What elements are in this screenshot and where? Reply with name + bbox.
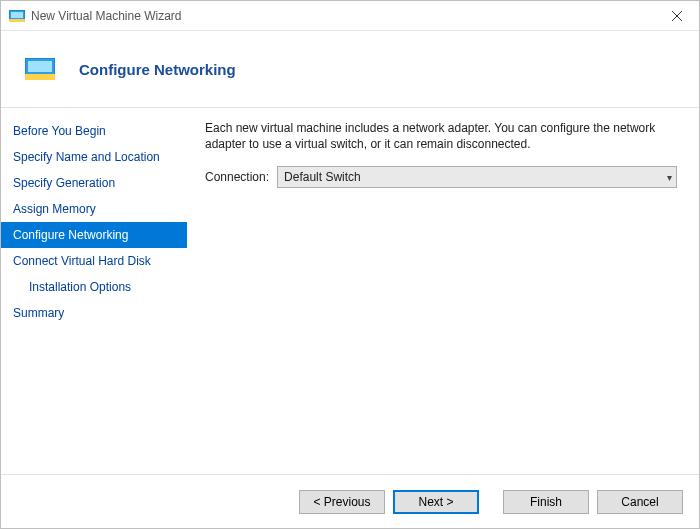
cancel-button[interactable]: Cancel (597, 490, 683, 514)
page-title: Configure Networking (79, 61, 236, 78)
titlebar: New Virtual Machine Wizard (1, 1, 699, 31)
finish-button[interactable]: Finish (503, 490, 589, 514)
close-button[interactable] (654, 1, 699, 31)
svg-rect-1 (11, 12, 23, 18)
step-installation-options[interactable]: Installation Options (1, 274, 187, 300)
step-summary[interactable]: Summary (1, 300, 187, 326)
svg-rect-2 (9, 19, 25, 22)
wizard-window: New Virtual Machine Wizard Configure Net… (0, 0, 700, 529)
wizard-header: Configure Networking (1, 31, 699, 107)
svg-rect-7 (25, 74, 55, 80)
wizard-body: Before You Begin Specify Name and Locati… (1, 108, 699, 474)
window-title: New Virtual Machine Wizard (31, 9, 654, 23)
next-button[interactable]: Next > (393, 490, 479, 514)
step-before-you-begin[interactable]: Before You Begin (1, 118, 187, 144)
previous-button[interactable]: < Previous (299, 490, 385, 514)
description-text: Each new virtual machine includes a netw… (205, 120, 681, 152)
connection-select[interactable]: Default Switch ▾ (277, 166, 677, 188)
wizard-content: Each new virtual machine includes a netw… (187, 108, 699, 474)
svg-rect-6 (28, 61, 52, 72)
step-configure-networking[interactable]: Configure Networking (1, 222, 187, 248)
steps-sidebar: Before You Begin Specify Name and Locati… (1, 108, 187, 474)
chevron-down-icon: ▾ (667, 172, 672, 183)
wizard-footer: < Previous Next > Finish Cancel (1, 474, 699, 528)
vm-wizard-icon (9, 8, 25, 24)
step-specify-generation[interactable]: Specify Generation (1, 170, 187, 196)
connection-label: Connection: (205, 170, 269, 184)
step-specify-name-location[interactable]: Specify Name and Location (1, 144, 187, 170)
connection-value: Default Switch (284, 170, 361, 184)
vm-wizard-large-icon (25, 58, 55, 80)
close-icon (672, 11, 682, 21)
connection-row: Connection: Default Switch ▾ (205, 166, 681, 188)
step-connect-vhd[interactable]: Connect Virtual Hard Disk (1, 248, 187, 274)
step-assign-memory[interactable]: Assign Memory (1, 196, 187, 222)
